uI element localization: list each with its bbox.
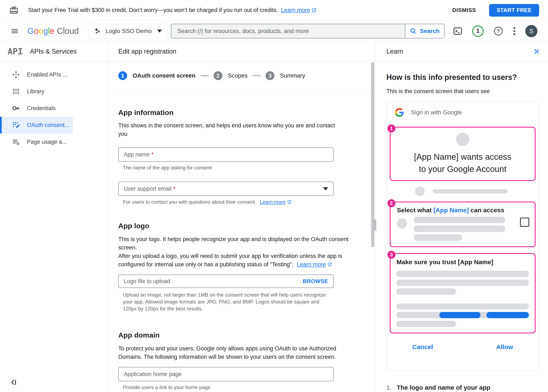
legend-text: The logo and name of your app (397, 384, 490, 391)
learn-panel: Learn How is this info presented to user… (375, 42, 548, 392)
project-name: Logto SSO Demo (106, 28, 152, 35)
step-2-circle: 2 (214, 71, 223, 80)
avatar-initial: S (529, 28, 534, 35)
step-1-oauth-consent-screen[interactable]: OAuth consent screen (133, 72, 195, 79)
support-email-learn-more-link[interactable]: Learn more (260, 198, 292, 205)
step-3-summary[interactable]: Summary (280, 72, 305, 79)
project-hexagon-icon (94, 27, 101, 35)
annotation-box-trust: 3 Make sure you trust [App Name] (390, 253, 536, 333)
gift-icon (9, 6, 19, 15)
hamburger-menu-icon[interactable] (11, 27, 19, 35)
scope-icon-placeholder (397, 218, 407, 229)
collapse-sidebar-icon[interactable] (10, 378, 18, 386)
start-free-button[interactable]: START FREE (489, 4, 539, 17)
help-icon[interactable]: ? (493, 26, 503, 36)
sidebar-item-page-usage[interactable]: Page usage a... (0, 133, 73, 150)
panel-resize-handle[interactable] (373, 219, 376, 231)
scope-text-placeholder (414, 217, 505, 223)
search-icon (410, 28, 417, 35)
text-placeholder (397, 321, 456, 327)
logo-letter: o (38, 26, 43, 36)
dismiss-button[interactable]: DISMISS (452, 7, 476, 14)
account-avatar[interactable]: S (525, 25, 537, 37)
step-3-circle: 3 (266, 71, 274, 80)
external-link-icon (312, 8, 317, 13)
app-name-label: App name (124, 151, 150, 158)
text-placeholder (397, 271, 529, 277)
logo-cloud-text: Cloud (57, 26, 79, 36)
banner-message: Start your Free Trial with $300 in credi… (28, 7, 278, 14)
step-2-scopes[interactable]: Scopes (228, 72, 247, 79)
app-domain-description: To protect you and your users, Google on… (118, 344, 341, 361)
signin-with-google-label: Sign in with Google (411, 109, 462, 116)
sidebar-item-label: Credentials (27, 105, 56, 112)
home-page-helper: Provide users a link to your home page (123, 384, 375, 391)
search-button[interactable]: Search (405, 24, 444, 38)
app-logo-placeholder (456, 133, 469, 146)
home-page-label: Application home page (124, 371, 182, 378)
cloud-shell-icon[interactable] (453, 26, 462, 36)
main-pane-header: Edit app registration (108, 42, 375, 62)
sidebar-item-label: OAuth consent... (27, 122, 69, 128)
allow-button-preview: Allow (496, 343, 513, 350)
logo-letter: o (34, 26, 38, 36)
consent-title: [App Name] wants access to your Google A… (395, 151, 531, 175)
svg-text:?: ? (497, 28, 500, 34)
consent-actions: Cancel Allow (387, 343, 539, 350)
notification-count: 1 (476, 28, 479, 34)
search-input[interactable] (171, 28, 405, 35)
learn-panel-header: Learn (375, 42, 548, 62)
logo-letter: g (43, 26, 48, 36)
scope-text-placeholder (414, 234, 462, 241)
app-logo-heading: App logo (118, 222, 375, 230)
stepper-connector (252, 76, 260, 76)
account-email-placeholder (433, 189, 508, 193)
free-trial-banner: Start your Free Trial with $300 in credi… (0, 0, 548, 21)
sidebar-item-library[interactable]: Library (0, 83, 73, 100)
app-name-field[interactable]: App name * (118, 147, 333, 162)
app-logo-description-1: This is your logo. It helps people recog… (118, 235, 350, 252)
wizard-stepper: 1 OAuth consent screen 2 Scopes 3 Summar… (118, 71, 375, 80)
library-icon (11, 87, 21, 95)
annotation-box-scopes: 2 Select what [App Name] can access (390, 202, 536, 247)
logo-letter: e (50, 26, 55, 36)
external-link-icon (287, 200, 292, 204)
required-asterisk: * (151, 151, 154, 158)
sidebar-item-oauth-consent[interactable]: OAuth consent... (0, 117, 73, 133)
external-link-icon (327, 262, 332, 267)
link-placeholder (440, 312, 480, 318)
sidebar-item-label: Page usage a... (27, 139, 67, 145)
account-row-placeholder (415, 186, 539, 196)
banner-learn-more-link[interactable]: Learn more (281, 7, 317, 14)
sidebar-item-enabled-apis[interactable]: Enabled APIs ... (0, 66, 73, 83)
consent-screen-preview: Sign in with Google 1 [App Name] wants a… (386, 102, 539, 371)
global-search-box (171, 24, 405, 38)
user-support-email-select[interactable]: User support email * (118, 182, 333, 196)
support-email-helper-text: For users to contact you with questions … (123, 199, 256, 205)
learn-heading: How is this info presented to users? (386, 73, 548, 82)
logo-file-upload-field[interactable]: Logo file to upload BROWSE (118, 274, 333, 288)
key-icon (11, 104, 21, 112)
application-home-page-field[interactable]: Application home page (118, 367, 333, 381)
logo-file-label: Logo file to upload (124, 278, 170, 285)
cancel-button-preview: Cancel (412, 343, 433, 350)
edit-app-registration-form: 1 OAuth consent screen 2 Scopes 3 Summar… (108, 62, 375, 392)
annotation-badge-3: 3 (387, 251, 396, 259)
scope-checkbox (520, 217, 529, 227)
notifications-badge[interactable]: 1 (472, 25, 483, 37)
app-header: Google Cloud Logto SSO Demo Search 1 ? (0, 21, 548, 42)
legend-number: 1. (386, 384, 392, 391)
text-placeholder (397, 288, 456, 295)
google-cloud-logo[interactable]: Google Cloud (27, 26, 79, 36)
sidebar-item-credentials[interactable]: Credentials (0, 100, 73, 117)
collapse-panel-icon[interactable] (532, 48, 540, 55)
project-selector[interactable]: Logto SSO Demo (88, 24, 167, 38)
logo-upload-helper: Upload an image, not larger than 1MB on … (123, 291, 328, 312)
app-name-helper: The name of the app asking for consent (123, 164, 375, 171)
more-options-icon[interactable] (513, 26, 516, 36)
app-logo-description-2: After you upload a logo, you will need t… (118, 252, 354, 269)
chevron-down-icon (157, 30, 162, 33)
browse-button[interactable]: BROWSE (303, 278, 328, 285)
app-logo-learn-more-link[interactable]: Learn more (297, 260, 332, 269)
text-placeholder (397, 280, 529, 286)
